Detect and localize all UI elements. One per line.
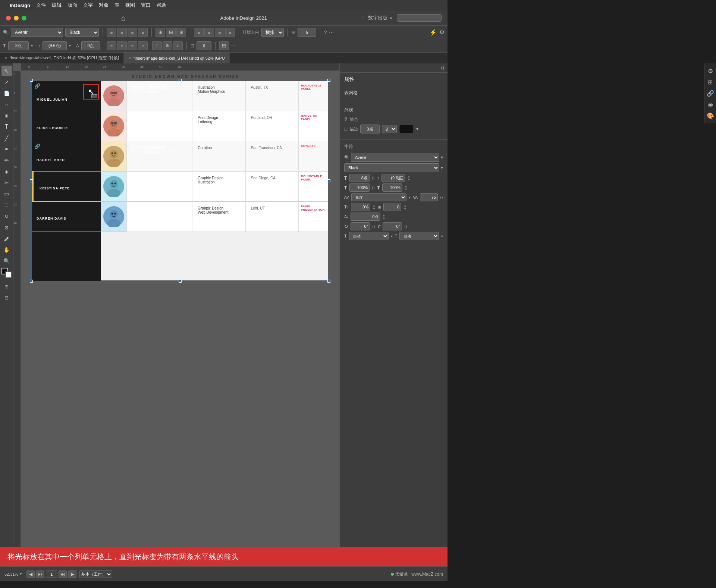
page-number-input[interactable] [46, 570, 57, 578]
line-tool[interactable]: ╱ [1, 133, 12, 143]
menu-window[interactable]: 窗口 [141, 2, 151, 9]
grid-btn-1[interactable]: ⊞ [156, 28, 165, 37]
align-center-2[interactable]: ≡ [204, 28, 214, 37]
rotate-input[interactable] [351, 222, 370, 230]
more-icon[interactable]: ⋯ [329, 29, 334, 35]
minimize-button[interactable] [14, 16, 19, 21]
cols-input[interactable] [197, 41, 211, 50]
text-align-left[interactable]: ≡ [107, 41, 116, 50]
char-leading-input[interactable] [381, 174, 405, 182]
merge-icon[interactable]: ⊞ [219, 41, 229, 50]
align-justify[interactable]: ≡ [138, 28, 148, 37]
vert-align-top[interactable]: ⊤ [152, 41, 162, 50]
rect-frame-tool[interactable]: ▭ [1, 189, 12, 199]
menu-layout[interactable]: 版面 [67, 2, 77, 9]
page-select[interactable]: 基本（工作） [79, 570, 112, 578]
grid-stepper[interactable]: ⟨⟩ [403, 205, 406, 209]
text-tool[interactable]: T [1, 122, 12, 132]
scale-v-stepper[interactable]: ⟨⟩ [405, 186, 408, 190]
zoom-tool[interactable]: 🔍 [1, 256, 12, 266]
rect-tool[interactable]: □ [1, 200, 12, 210]
grid-btn-3[interactable]: ⊞ [176, 28, 186, 37]
zoom-dropdown-icon[interactable]: ▾ [20, 572, 22, 576]
baseline-amount-input[interactable] [351, 213, 380, 221]
grid-input[interactable] [383, 203, 401, 211]
leading-input[interactable] [43, 41, 67, 50]
tab-close-start[interactable]: × [128, 56, 131, 61]
kerning-arrow[interactable]: ▾ [409, 195, 411, 199]
scale-v-input[interactable] [382, 183, 402, 192]
menu-object[interactable]: 对象 [99, 2, 109, 9]
char-font-family[interactable]: Avenir [351, 153, 439, 162]
free-transform-tool[interactable]: ⊠ [1, 222, 12, 233]
align-left-2[interactable]: ≡ [194, 28, 204, 37]
mode-toggle[interactable]: ⊡ [1, 281, 12, 292]
menu-file[interactable]: 文件 [36, 2, 46, 9]
preview-mode[interactable]: ⊟ [1, 292, 12, 303]
search-input[interactable] [397, 14, 442, 22]
prev-page-button[interactable]: ◀ [26, 570, 35, 578]
stroke-value-input[interactable] [360, 125, 380, 133]
auto2-select[interactable]: 自动 [399, 232, 439, 240]
rotate-tool[interactable]: ↻ [1, 211, 12, 221]
leading-stepper[interactable]: ⟨⟩ [408, 176, 411, 180]
pencil-tool[interactable]: ✏ [1, 155, 12, 166]
baseline-input[interactable] [81, 41, 100, 50]
direction-select[interactable]: 横排 [261, 28, 284, 37]
align-left[interactable]: ≡ [107, 28, 116, 37]
content-collector[interactable]: ⊕ [1, 110, 12, 121]
maximize-button[interactable] [22, 16, 26, 21]
baseline-stepper[interactable]: ⟨⟩ [373, 205, 376, 209]
app-name[interactable]: InDesign [10, 3, 30, 8]
font-family-arrow[interactable]: ▾ [441, 155, 443, 160]
align-justify-2[interactable]: ≡ [225, 28, 235, 37]
menu-edit[interactable]: 编辑 [52, 2, 62, 9]
pen-tool[interactable]: ✒ [1, 144, 12, 154]
vert-align-bottom[interactable]: ⊥ [173, 41, 183, 50]
font-style-arrow[interactable]: ▾ [441, 165, 443, 170]
font-family-select[interactable]: Avenir [11, 28, 63, 37]
vert-align-middle[interactable]: ⊕ [163, 41, 172, 50]
text-align-center[interactable]: ≡ [117, 41, 127, 50]
canvas-area[interactable]: 0 6 12 18 24 30 36 42 48 0 6 12 18 24 30… [13, 63, 339, 547]
last-page-button[interactable]: ⏭ [59, 570, 67, 578]
skew-stepper[interactable]: ⟨⟩ [404, 224, 407, 229]
first-page-button[interactable]: ⏮ [36, 570, 44, 578]
skew-input[interactable] [383, 222, 402, 230]
stroke-dropdown-icon[interactable]: ▾ [416, 126, 418, 132]
publish-button[interactable]: 数字出版 ∨ [368, 15, 393, 21]
auto1-select[interactable]: 自动 [349, 232, 389, 240]
stroke-unit-select[interactable]: 点 [382, 125, 397, 133]
panel-expand-icon[interactable]: ⟨⟨ [441, 65, 445, 71]
page-tool[interactable]: 📄 [1, 88, 12, 98]
font-style-select[interactable]: Black [65, 28, 99, 37]
select-tool[interactable]: ↖ [1, 66, 12, 76]
tab-close-end[interactable]: × [4, 56, 7, 61]
char-size-input[interactable] [349, 174, 370, 182]
tab-start[interactable]: × *insert-image-table-cell_START.indd @ … [124, 53, 230, 63]
char-font-style[interactable]: Black [344, 163, 439, 172]
close-button[interactable] [6, 16, 11, 21]
scale-h-stepper[interactable]: ⟨⟩ [372, 186, 375, 190]
kerning-method-select[interactable]: 量度 [351, 193, 407, 201]
hand-tool[interactable]: ✋ [1, 245, 12, 255]
tracking-input[interactable] [420, 193, 438, 201]
tab-end[interactable]: × *insert-image-table-cell_END.indd @ 52… [0, 53, 124, 63]
scale-h-input[interactable] [349, 183, 370, 192]
scissors-tool[interactable]: ✂ [1, 177, 12, 188]
font-size-input[interactable] [8, 41, 29, 50]
baseline-shift-input[interactable] [351, 203, 370, 211]
gap-tool[interactable]: ↔ [1, 99, 12, 110]
auto1-arrow[interactable]: ▾ [391, 234, 393, 238]
fill-stroke-indicator[interactable] [1, 268, 12, 278]
text-align-right[interactable]: ≡ [128, 41, 137, 50]
eyedropper-tool[interactable]: 💉 [1, 233, 12, 244]
menu-table[interactable]: 表 [114, 2, 119, 9]
baseline-amount-stepper[interactable]: ⟨⟩ [383, 215, 386, 219]
align-right-2[interactable]: ≡ [215, 28, 224, 37]
menu-view[interactable]: 视图 [125, 2, 135, 9]
share-icon[interactable]: ↑ [361, 15, 364, 21]
rotate-stepper[interactable]: ⟨⟩ [372, 224, 375, 229]
more-icon-2[interactable]: ⋯ [231, 43, 236, 48]
align-right[interactable]: ≡ [128, 28, 137, 37]
